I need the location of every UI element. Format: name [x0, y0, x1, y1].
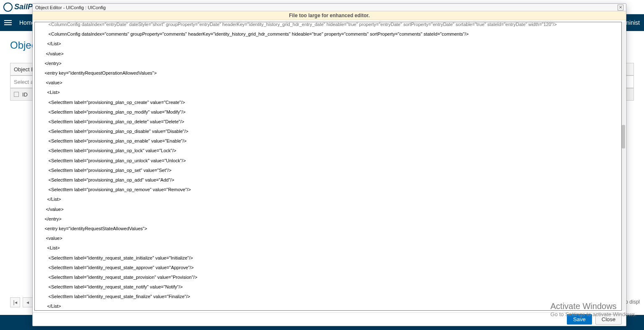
modal-title-text: Object Editor - UIConfig : UIConfig [35, 5, 106, 10]
pager: |◂ ◂ [10, 297, 33, 307]
xml-editor[interactable]: <ColumnConfig dataIndex="entryDate" date… [34, 22, 622, 311]
pager-prev[interactable]: ◂ [23, 297, 33, 307]
scrollbar-thumb[interactable] [622, 125, 625, 148]
close-button[interactable]: Close [595, 314, 622, 325]
object-editor-modal: Object Editor - UIConfig : UIConfig ✕ Fi… [32, 3, 626, 326]
modal-footer: Save Close [33, 312, 626, 326]
warning-bar: File too large for enhanced editor. [33, 11, 626, 20]
select-all-checkbox[interactable] [14, 92, 19, 97]
menu-icon[interactable] [4, 19, 12, 26]
modal-titlebar: Object Editor - UIConfig : UIConfig ✕ [33, 4, 626, 11]
close-icon[interactable]: ✕ [618, 5, 623, 10]
editor-scrollbar[interactable] [622, 22, 625, 311]
save-button[interactable]: Save [567, 314, 592, 325]
pager-first[interactable]: |◂ [10, 297, 20, 307]
column-id: ID [22, 91, 28, 98]
